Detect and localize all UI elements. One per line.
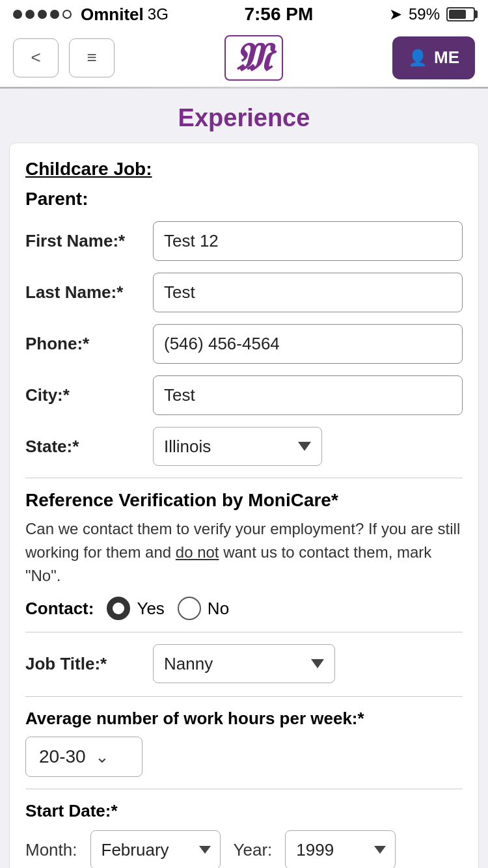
page-title: Experience [0,88,488,142]
dot3 [38,10,47,19]
divider-4 [25,789,463,789]
logo-letter: 𝔐 [236,38,271,77]
state-label: State:* [25,437,142,457]
contact-radio-group: Yes No [107,597,229,620]
start-month-select[interactable]: January February March April May June Ju… [90,830,221,868]
last-name-label: Last Name:* [25,282,142,303]
first-name-input[interactable] [153,221,463,261]
city-row: City:* [25,375,463,415]
ref-description: Can we contact them to verify your emplo… [25,517,463,588]
state-row: State:* Illinois Alabama Alaska Californ… [25,427,463,466]
contact-no-item: No [178,597,229,620]
state-select[interactable]: Illinois Alabama Alaska California New Y… [153,427,322,466]
job-title-row: Job Title:* Nanny Au Pair Babysitter Aft… [25,644,463,683]
hours-title: Average number of work hours per week:* [25,709,463,729]
job-title-label: Job Title:* [25,654,142,674]
start-date-row: Month: January February March April May … [25,830,463,868]
status-right: ➤ 59% [389,5,475,23]
dot4 [50,10,59,19]
divider-2 [25,632,463,632]
contact-yes-label: Yes [137,599,164,619]
first-name-row: First Name:* [25,221,463,261]
ref-desc-underline: do not [176,543,219,561]
me-label: ME [434,47,459,68]
start-year-label: Year: [234,840,273,860]
divider-1 [25,478,463,478]
phone-label: Phone:* [25,334,142,354]
person-icon: 👤 [408,49,427,67]
dot5 [62,10,72,19]
battery-fill [449,10,466,19]
dot2 [25,10,34,19]
contact-no-label: No [208,599,229,619]
status-time: 7:56 PM [244,4,313,25]
contact-row: Contact: Yes No [25,597,463,620]
start-date-section: Start Date:* Month: January February Mar… [25,801,463,868]
chevron-down-icon: ⌄ [95,747,109,767]
menu-icon: ≡ [87,47,96,68]
signal-dots [13,10,72,19]
ref-title: Reference Verification by MoniCare* [25,490,463,511]
battery-percent: 59% [409,5,440,23]
status-left: Omnitel 3G [13,5,169,25]
menu-button[interactable]: ≡ [69,38,115,77]
me-button[interactable]: 👤 ME [392,36,475,79]
app-logo: 𝔐 [224,35,283,81]
contact-no-radio[interactable] [178,597,201,620]
start-date-title: Start Date:* [25,801,463,821]
contact-label: Contact: [25,599,94,619]
hours-value: 20-30 [39,746,86,767]
nav-bar: < ≡ 𝔐 👤 ME [0,29,488,87]
job-title-select[interactable]: Nanny Au Pair Babysitter After School Ca… [153,644,335,683]
section-title: Childcare Job: [25,159,463,180]
start-month-label: Month: [25,840,77,860]
phone-row: Phone:* [25,324,463,364]
hours-section: Average number of work hours per week:* … [25,709,463,777]
first-name-label: First Name:* [25,231,142,251]
nav-left-buttons: < ≡ [13,38,115,77]
carrier-label: Omnitel [81,5,144,25]
city-input[interactable] [153,375,463,415]
last-name-input[interactable] [153,273,463,312]
divider-3 [25,696,463,697]
contact-yes-item: Yes [107,597,164,620]
network-label: 3G [148,5,169,23]
battery-icon [446,7,475,21]
back-icon: < [31,47,40,68]
contact-yes-radio[interactable] [107,597,130,620]
hours-select[interactable]: 20-30 ⌄ [25,737,142,777]
status-bar: Omnitel 3G 7:56 PM ➤ 59% [0,0,488,29]
back-button[interactable]: < [13,38,59,77]
last-name-row: Last Name:* [25,273,463,312]
phone-input[interactable] [153,324,463,364]
location-icon: ➤ [389,5,402,23]
parent-label: Parent: [25,189,463,210]
city-label: City:* [25,385,142,405]
ref-section: Reference Verification by MoniCare* Can … [25,490,463,620]
dot1 [13,10,22,19]
form-container: Childcare Job: Parent: First Name:* Last… [9,142,479,868]
start-year-select[interactable]: 1997 1998 1999 2000 2001 2002 2003 2004 … [285,830,396,868]
